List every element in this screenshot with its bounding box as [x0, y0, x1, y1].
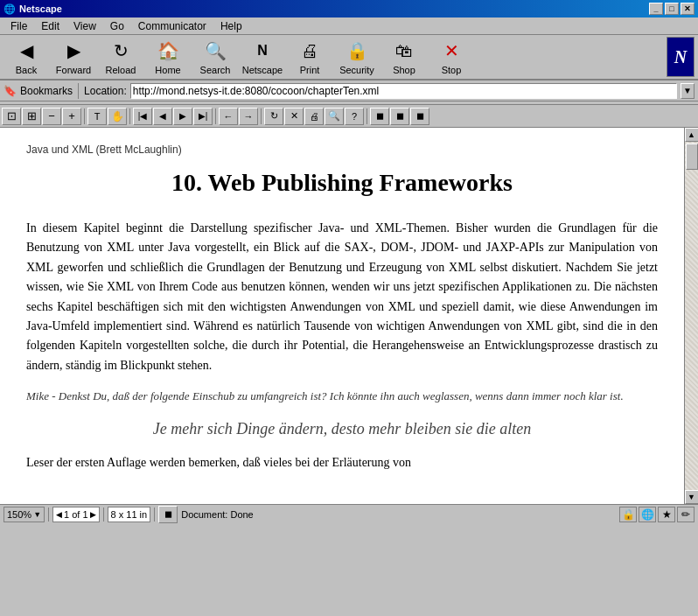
stop-button[interactable]: ✕ Stop	[429, 37, 474, 77]
reload-label: Reload	[106, 65, 136, 75]
pdf-back-button[interactable]: ←	[219, 108, 238, 125]
pdf-next-mini[interactable]: ▶	[90, 510, 96, 519]
back-label: Back	[16, 65, 37, 75]
pdf-last-page-button[interactable]: ▶|	[193, 108, 213, 125]
security-button[interactable]: 🔒 Security	[334, 37, 380, 77]
chapter-title: 10. Web Publishing Frameworks	[26, 164, 658, 201]
menu-help[interactable]: Help	[213, 18, 249, 34]
reload-button[interactable]: ↻ Reload	[98, 37, 143, 77]
bookmarks-icon: 🔖	[3, 85, 17, 97]
pdf-find2-btn[interactable]: ?	[345, 108, 364, 125]
toolbar: ◀ Back ▶ Forward ↻ Reload 🏠 Home 🔍 Searc…	[0, 35, 698, 80]
italic-note: Mike - Denkst Du, daß der folgende Einsc…	[26, 388, 658, 405]
pdf-next-page-button[interactable]: ▶	[173, 108, 192, 125]
scroll-track[interactable]	[685, 142, 699, 490]
print-label: Print	[300, 65, 320, 75]
title-bar: 🌐 Netscape _ □ ✕	[0, 0, 698, 18]
pdf-prev-page-button[interactable]: ◀	[153, 108, 172, 125]
location-bar: 🔖 Bookmarks Location: ▼	[0, 80, 698, 102]
netscape-button[interactable]: N Netscape	[240, 37, 285, 77]
back-icon: ◀	[14, 38, 38, 63]
location-input[interactable]	[130, 83, 677, 99]
pdf-prev-mini[interactable]: ◀	[56, 510, 62, 519]
menu-file[interactable]: File	[3, 18, 34, 34]
page-size: 8 x 11 in	[111, 509, 148, 520]
pdf-separator-2	[129, 108, 130, 124]
scroll-down-button[interactable]: ▼	[685, 490, 699, 504]
pdf-separator-5	[366, 108, 367, 124]
pdf-zoom-in-button[interactable]: +	[62, 108, 81, 125]
search-button[interactable]: 🔍 Search	[192, 37, 238, 77]
netscape-logo-letter: N	[674, 47, 687, 67]
netscape-icon: N	[250, 38, 275, 63]
page-info: 1 of 1	[64, 509, 88, 520]
shop-icon: 🛍	[392, 38, 416, 63]
status-icon-edit[interactable]: ✏	[677, 507, 695, 522]
status-icon-star[interactable]: ★	[658, 507, 675, 522]
print-button[interactable]: 🖨 Print	[287, 37, 332, 77]
bookmarks-label[interactable]: Bookmarks	[20, 85, 73, 97]
home-button[interactable]: 🏠 Home	[145, 37, 191, 77]
book-meta: Java und XML (Brett McLaughlin)	[26, 142, 658, 158]
security-label: Security	[339, 65, 374, 75]
scroll-thumb[interactable]	[686, 144, 698, 170]
zoom-controls: 150% ▼	[3, 507, 45, 522]
zoom-dropdown-button[interactable]: ▼	[33, 510, 41, 519]
window-title: Netscape	[19, 4, 62, 14]
stop-icon: ✕	[439, 38, 464, 63]
body-paragraph: In diesem Kapitel beginnt die Darstellun…	[26, 219, 658, 375]
app-icon: 🌐	[3, 4, 16, 15]
maximize-button[interactable]: □	[665, 3, 679, 15]
status-icon-globe[interactable]: 🌐	[639, 507, 656, 522]
pdf-stop-btn[interactable]: ✕	[284, 108, 304, 125]
pdf-find-btn[interactable]: 🔍	[325, 108, 344, 125]
title-bar-left: 🌐 Netscape	[3, 4, 62, 15]
main-content: Java und XML (Brett McLaughlin) 10. Web …	[0, 128, 684, 504]
pdf-print-btn2[interactable]: 🖨	[304, 108, 324, 125]
menu-communicator[interactable]: Communicator	[131, 18, 213, 34]
pdf-separator-3	[215, 108, 216, 124]
pdf-fit-page-button[interactable]: ⊡	[2, 108, 21, 125]
pdf-fit-width-button[interactable]: ⊞	[22, 108, 41, 125]
status-text: Document: Done	[181, 509, 616, 520]
zoom-value: 150%	[7, 509, 31, 520]
pdf-reload-btn[interactable]: ↻	[264, 108, 283, 125]
netscape-logo-button[interactable]: N	[667, 37, 695, 77]
home-icon: 🏠	[156, 38, 180, 63]
status-icon-lock[interactable]: 🔒	[619, 507, 637, 522]
italic-heading: Je mehr sich Dinge ändern, desto mehr bl…	[26, 417, 658, 441]
menu-edit[interactable]: Edit	[34, 18, 66, 34]
status-icon-1[interactable]: ◼	[158, 506, 178, 523]
pdf-zoom-out-button[interactable]: −	[42, 108, 61, 125]
minimize-button[interactable]: _	[649, 3, 663, 15]
forward-icon: ▶	[61, 38, 86, 63]
status-sep-1	[48, 508, 49, 522]
pdf-separator-4	[261, 108, 262, 124]
pdf-hand-button[interactable]: ✋	[108, 108, 127, 125]
menu-go[interactable]: Go	[103, 18, 131, 34]
pdf-first-page-button[interactable]: |◀	[133, 108, 152, 125]
pdf-unknown3[interactable]: ◼	[410, 108, 429, 125]
close-button[interactable]: ✕	[681, 3, 695, 15]
pdf-unknown2[interactable]: ◼	[390, 108, 409, 125]
pdf-unknown1[interactable]: ◼	[370, 108, 389, 125]
security-icon: 🔒	[345, 38, 369, 63]
menu-bar: File Edit View Go Communicator Help	[0, 18, 698, 35]
pdf-separator-1	[84, 108, 85, 124]
forward-button[interactable]: ▶ Forward	[51, 37, 96, 77]
scroll-up-button[interactable]: ▲	[685, 128, 699, 142]
page-counter: ◀ 1 of 1 ▶	[52, 507, 100, 522]
search-label: Search	[200, 65, 231, 75]
pdf-forward-button[interactable]: →	[239, 108, 258, 125]
menu-view[interactable]: View	[66, 18, 103, 34]
status-sep-2	[103, 508, 104, 522]
forward-label: Forward	[56, 65, 91, 75]
status-bar: 150% ▼ ◀ 1 of 1 ▶ 8 x 11 in ◼ Document: …	[0, 504, 698, 523]
pdf-select-button[interactable]: T	[87, 108, 107, 125]
page-size-display: 8 x 11 in	[108, 507, 151, 522]
back-button[interactable]: ◀ Back	[3, 37, 49, 77]
content-wrapper: Java und XML (Brett McLaughlin) 10. Web …	[0, 128, 698, 504]
location-dropdown-button[interactable]: ▼	[681, 83, 695, 99]
status-sep-3	[154, 508, 155, 522]
shop-button[interactable]: 🛍 Shop	[381, 37, 427, 77]
